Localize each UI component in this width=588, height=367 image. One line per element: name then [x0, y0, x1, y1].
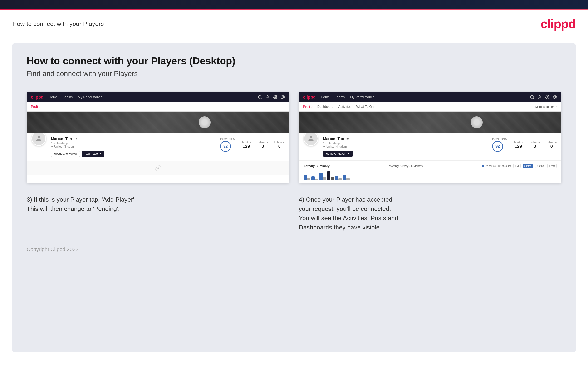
player-handicap-1: 1-5 Handicap — [51, 142, 215, 145]
player-selector-label-2: Marcus Turner — [536, 105, 554, 108]
stat-quality-2: Player Quality 92 — [492, 138, 507, 152]
tab-profile-2[interactable]: Profile — [303, 102, 312, 111]
settings-icon-1[interactable] — [273, 95, 277, 99]
nav-home-1[interactable]: Home — [49, 95, 58, 99]
followers-label-1: Followers — [258, 141, 268, 143]
nav-icons-1 — [258, 95, 285, 99]
settings-icon-2[interactable] — [545, 95, 549, 99]
period-6mths[interactable]: 6 mths — [523, 164, 533, 168]
globe-icon-2[interactable] — [553, 95, 557, 99]
chart-bar-off-6 — [346, 178, 350, 180]
followers-value-1: 0 — [258, 144, 268, 149]
quality-value-2: 92 — [495, 144, 500, 149]
svg-point-0 — [258, 95, 261, 98]
x-icon: ✕ — [347, 152, 350, 155]
chart-bar-off-5 — [338, 178, 342, 180]
nav-performance-1[interactable]: My Performance — [78, 95, 103, 99]
tab-what-to-on-2[interactable]: What To On — [356, 102, 374, 111]
chart-bar-group-2 — [311, 176, 318, 180]
location-icon-1 — [51, 145, 53, 148]
period-3mths[interactable]: 3 mths — [535, 164, 545, 168]
search-icon-1[interactable] — [258, 95, 262, 99]
stat-activities-1: Activities 129 — [242, 141, 251, 149]
hero-circle-1 — [199, 117, 210, 128]
chart-bar-off-3 — [323, 177, 326, 180]
description-row: 3) If this is your Player tap, 'Add Play… — [27, 195, 561, 232]
player-name-2: Marcus Turner — [323, 137, 487, 141]
player-actions-1: Request to Follow Add Player + — [51, 150, 215, 157]
nav-teams-2[interactable]: Teams — [335, 95, 345, 99]
chart-bar-off-2 — [315, 179, 318, 180]
main-title: How to connect with your Players (Deskto… — [27, 55, 561, 67]
app-navbar-2: clippd Home Teams My Performance — [299, 92, 561, 102]
player-selector-2[interactable]: Marcus Turner — [536, 105, 557, 108]
period-1mth[interactable]: 1 mth — [547, 164, 557, 168]
avatar-icon-1 — [35, 135, 43, 142]
avatar-2 — [303, 131, 318, 146]
main-subtitle: Find and connect with your Players — [27, 70, 561, 78]
remove-player-button[interactable]: Remove Player ✕ — [323, 150, 353, 157]
chart-bar-group-6 — [343, 175, 350, 180]
svg-point-10 — [547, 97, 548, 98]
following-value-2: 0 — [547, 144, 557, 149]
legend-off-course: Off course — [498, 165, 511, 167]
quality-label-2: Player Quality — [492, 138, 507, 140]
breadcrumb: How to connect with your Players — [12, 20, 104, 28]
activities-value-2: 129 — [514, 144, 523, 149]
chart-bar-group-5 — [335, 175, 342, 180]
quality-circle-1: 92 — [220, 141, 231, 152]
player-location-1: United Kingdom — [51, 145, 215, 148]
chevron-down-icon-2 — [555, 106, 557, 108]
quality-value-1: 92 — [223, 144, 228, 149]
app-logo-1: clippd — [31, 95, 43, 100]
add-player-button-1[interactable]: Add Player + — [82, 150, 104, 157]
tab-activities-2[interactable]: Activities — [338, 102, 351, 111]
nav-icons-2 — [530, 95, 557, 99]
activities-value-1: 129 — [242, 144, 251, 149]
player-details-1: Marcus Turner 1-5 Handicap United Kingdo… — [51, 137, 215, 157]
activity-period: Monthly Activity - 6 Months — [389, 164, 423, 168]
following-label-1: Following — [275, 141, 285, 143]
location-icon-2 — [323, 145, 325, 148]
chart-bar-off-4 — [331, 177, 334, 180]
tab-dashboard-2[interactable]: Dashboard — [317, 102, 334, 111]
screenshots-row: clippd Home Teams My Performance Profile — [27, 92, 561, 183]
step3-description: 3) If this is your Player tap, 'Add Play… — [27, 195, 289, 232]
chart-bar-off-1 — [307, 178, 311, 180]
player-stats-2: Player Quality 92 Activities 129 Followe… — [492, 138, 557, 152]
user-icon-1[interactable] — [266, 95, 270, 99]
chart-bar-on-5 — [335, 175, 338, 180]
chart-bar-on-4 — [327, 171, 330, 180]
player-handicap-2: 1-5 Handicap — [323, 142, 487, 145]
nav-teams-1[interactable]: Teams — [63, 95, 73, 99]
tab-group-2: Profile Dashboard Activities What To On — [303, 102, 374, 111]
activity-chart — [303, 170, 557, 180]
svg-point-7 — [530, 95, 533, 98]
follow-button-1[interactable]: Request to Follow — [51, 150, 80, 157]
chart-bar-group-1 — [303, 175, 311, 180]
hero-banner-2 — [299, 112, 561, 133]
chart-bar-group-4 — [327, 171, 334, 180]
user-icon-2[interactable] — [537, 95, 542, 99]
profile-info-2: Marcus Turner 1-5 Handicap United Kingdo… — [299, 133, 561, 160]
top-bar — [0, 0, 588, 8]
player-stats-1: Player Quality 92 Activities 129 Followe… — [220, 138, 285, 152]
globe-icon-1[interactable] — [281, 95, 285, 99]
followers-label-2: Followers — [530, 141, 540, 143]
step4-text: 4) Once your Player has acceptedyour req… — [299, 196, 398, 231]
search-icon-2[interactable] — [530, 95, 534, 99]
tab-bar-1: Profile — [27, 102, 289, 112]
svg-point-6 — [38, 136, 40, 138]
period-1yr[interactable]: 1 yr — [513, 164, 521, 168]
nav-home-2[interactable]: Home — [321, 95, 330, 99]
off-course-dot — [498, 165, 500, 167]
tab-bar-2: Profile Dashboard Activities What To On … — [299, 102, 561, 112]
tab-profile-1[interactable]: Profile — [31, 102, 40, 111]
svg-point-3 — [275, 97, 276, 98]
nav-performance-2[interactable]: My Performance — [350, 95, 375, 99]
plus-icon-1: + — [100, 152, 101, 155]
link-icon-1 — [155, 165, 161, 171]
hero-banner-1 — [27, 112, 289, 133]
clippd-logo: clippd — [541, 17, 576, 31]
following-value-1: 0 — [275, 144, 285, 149]
